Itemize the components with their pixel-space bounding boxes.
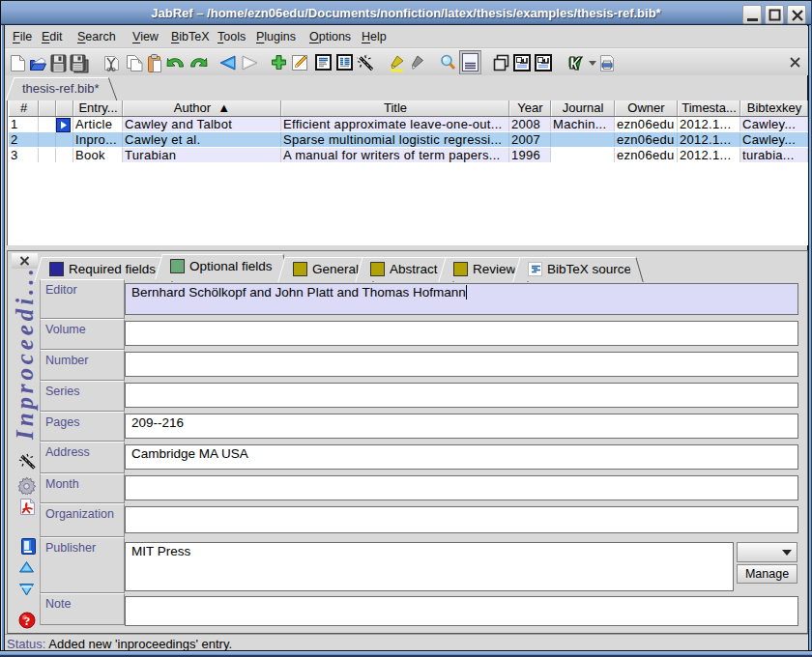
svg-text:?: ? bbox=[24, 614, 31, 628]
